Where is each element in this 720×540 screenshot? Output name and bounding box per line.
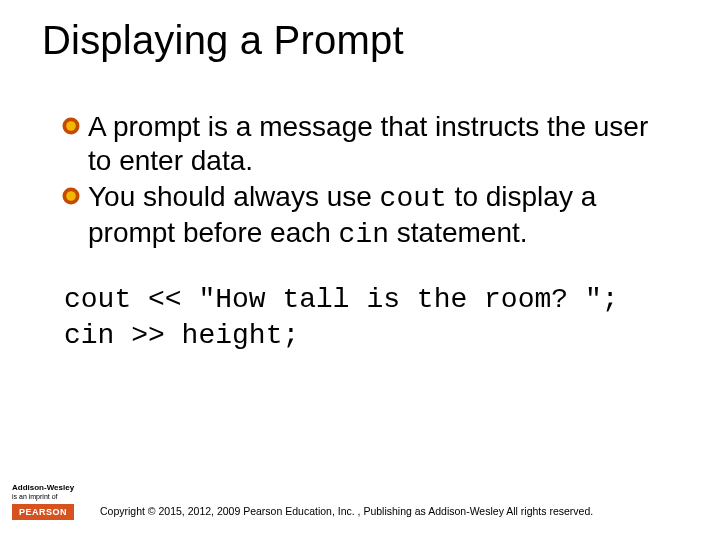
inline-code-cin: cin — [339, 219, 389, 250]
bullet-item: You should always use cout to display a … — [64, 180, 670, 252]
code-line: cin >> height; — [64, 318, 670, 354]
svg-point-3 — [66, 192, 76, 202]
code-block: cout << "How tall is the room? "; cin >>… — [64, 282, 670, 355]
code-line: cout << "How tall is the room? "; — [64, 282, 670, 318]
slide: Displaying a Prompt A prompt is a messag… — [0, 0, 720, 540]
bullet-icon — [62, 187, 80, 205]
bullet-text-pre: You should always use — [88, 181, 380, 212]
publisher-logo: Addison-Wesley is an imprint of PEARSON — [12, 484, 84, 520]
page-title: Displaying a Prompt — [42, 18, 404, 63]
bullet-icon — [62, 117, 80, 135]
pearson-logo: PEARSON — [12, 504, 74, 520]
imprint-label: is an imprint of — [12, 493, 84, 500]
bullet-text: A prompt is a message that instructs the… — [88, 111, 648, 176]
svg-point-1 — [66, 121, 76, 131]
bullet-text-post: statement. — [389, 217, 528, 248]
body-text: A prompt is a message that instructs the… — [64, 110, 670, 255]
bullet-item: A prompt is a message that instructs the… — [64, 110, 670, 178]
copyright-text: Copyright © 2015, 2012, 2009 Pearson Edu… — [100, 505, 593, 517]
footer: Addison-Wesley is an imprint of PEARSON … — [0, 476, 720, 520]
addison-wesley-label: Addison-Wesley — [12, 484, 84, 492]
inline-code-cout: cout — [380, 183, 447, 214]
